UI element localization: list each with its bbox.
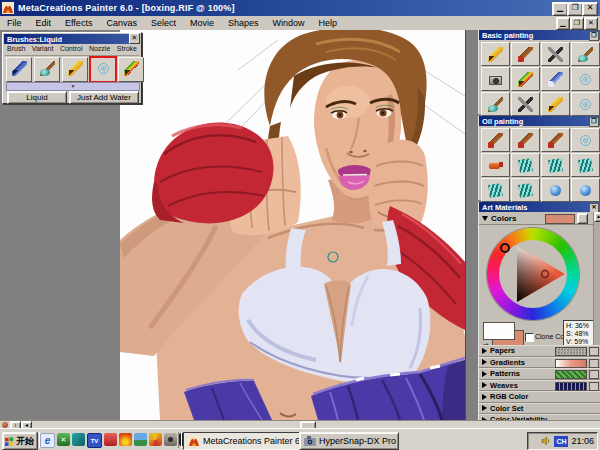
section-weaves[interactable]: Weaves <box>479 380 600 392</box>
ripple-brush-button[interactable] <box>90 57 116 82</box>
section-color-set[interactable]: Color Set <box>479 403 600 415</box>
saturation-value-triangle[interactable] <box>487 228 579 320</box>
document-close-button[interactable]: ✕ <box>584 17 598 30</box>
scratch-variant-button[interactable] <box>511 92 540 116</box>
tab-brush[interactable]: Brush <box>7 45 25 55</box>
brush-variant-button[interactable] <box>481 128 510 152</box>
minimize-button[interactable]: ▁ <box>552 2 568 16</box>
taskbar-separator <box>178 432 182 448</box>
pencil-variant-button[interactable] <box>541 92 570 116</box>
camera-variant-button[interactable] <box>481 67 510 91</box>
hue-ring[interactable] <box>487 228 579 320</box>
water-variant-button[interactable] <box>571 42 600 66</box>
brushes-palette[interactable]: Brushes:Liquid ✕ Brush Variant Control N… <box>2 32 142 104</box>
oil-variant-button[interactable] <box>511 153 540 177</box>
menu-canvas[interactable]: Canvas <box>99 18 144 28</box>
menu-movie[interactable]: Movie <box>183 18 221 28</box>
document-minimize-button[interactable]: ▁ <box>556 17 570 30</box>
pattern-swatch[interactable] <box>555 370 587 379</box>
section-menu-button[interactable] <box>589 370 599 379</box>
section-papers[interactable]: Papers <box>479 345 600 357</box>
menu-edit[interactable]: Edit <box>29 18 59 28</box>
section-gradients[interactable]: Gradients <box>479 357 600 369</box>
palette-collapse-icon[interactable]: ❐ <box>589 31 599 41</box>
gradient-swatch[interactable] <box>555 359 587 368</box>
ripple-variant-button[interactable] <box>571 128 600 152</box>
oil-variant-button[interactable] <box>511 178 540 202</box>
scratch-variant-button[interactable] <box>541 42 570 66</box>
brush-variant-button[interactable] <box>511 128 540 152</box>
input-language-indicator[interactable]: CH <box>554 436 568 447</box>
section-menu-button[interactable] <box>589 347 599 356</box>
weave-swatch[interactable] <box>555 382 587 391</box>
oil-variant-button[interactable] <box>571 153 600 177</box>
menu-select[interactable]: Select <box>144 18 183 28</box>
brush-variant-button[interactable] <box>511 42 540 66</box>
section-rgb-color[interactable]: RGB Color <box>479 391 600 403</box>
document-restore-button[interactable]: ❐ <box>570 17 584 30</box>
paper-swatch[interactable] <box>555 347 587 356</box>
title-bar[interactable]: MetaCreations Painter 6.0 - [boxing.RIF … <box>0 0 600 16</box>
section-menu-button[interactable] <box>589 359 599 368</box>
clone-color-checkbox[interactable] <box>525 333 534 342</box>
quicklaunch-camera-icon[interactable] <box>164 433 177 446</box>
water-brush-button[interactable] <box>34 57 60 82</box>
tab-nozzle[interactable]: Nozzle <box>89 45 110 55</box>
water-variant-button[interactable] <box>481 92 510 116</box>
quicklaunch-tv-icon[interactable] <box>87 433 102 448</box>
blob-variant-button[interactable] <box>571 178 600 202</box>
quicklaunch-ie-icon[interactable] <box>40 433 55 448</box>
section-menu-button[interactable] <box>589 382 599 391</box>
quicklaunch-photo-icon[interactable] <box>134 433 147 446</box>
restore-button[interactable]: ❐ <box>567 2 583 16</box>
rainbow-brush-button[interactable] <box>118 57 144 82</box>
quicklaunch-paint-icon[interactable] <box>104 433 117 446</box>
tab-stroke[interactable]: Stroke <box>117 45 137 55</box>
volume-icon[interactable] <box>541 436 551 446</box>
taskbar-clock[interactable]: 21:06 <box>571 436 594 446</box>
scroll-up-icon[interactable]: ▲ <box>594 212 600 222</box>
pencil-brush-button[interactable] <box>62 57 88 82</box>
document-canvas[interactable] <box>120 30 466 421</box>
blob-variant-button[interactable] <box>541 178 570 202</box>
tab-variant[interactable]: Variant <box>32 45 54 55</box>
oil-variant-button[interactable] <box>541 153 570 177</box>
quicklaunch-flame-icon[interactable] <box>119 433 132 446</box>
menu-help[interactable]: Help <box>311 18 344 28</box>
ripple-variant-button[interactable] <box>571 67 600 91</box>
palette-collapse-icon[interactable]: ❐ <box>589 117 599 127</box>
oil-painting-title-bar[interactable]: Oil painting ❐ <box>479 116 600 126</box>
brush-category-button[interactable]: Liquid <box>7 91 67 104</box>
menu-window[interactable]: Window <box>265 18 311 28</box>
menu-effects[interactable]: Effects <box>58 18 99 28</box>
oil-variant-button[interactable] <box>481 178 510 202</box>
basic-painting-title-bar[interactable]: Basic painting ❐ <box>479 30 600 40</box>
rainbow-variant-button[interactable] <box>511 67 540 91</box>
pencil-variant-button[interactable] <box>481 42 510 66</box>
brush-variant-button[interactable] <box>541 128 570 152</box>
brush-drawer-handle[interactable]: ▼ <box>6 82 140 91</box>
task-button-painter[interactable]: MetaCreations Painter 6... <box>183 432 303 450</box>
task-button-hypersnap[interactable]: HyperSnap-DX Pro <box>299 432 399 450</box>
section-patterns[interactable]: Patterns <box>479 368 600 380</box>
close-button[interactable]: ✕ <box>582 2 598 16</box>
menu-file[interactable]: File <box>0 18 29 28</box>
brushes-palette-title-bar[interactable]: Brushes:Liquid <box>4 34 140 44</box>
tube-variant-button[interactable] <box>481 153 510 177</box>
tube-icon <box>488 158 503 173</box>
ripple-variant-button[interactable] <box>571 92 600 116</box>
colors-menu-button[interactable] <box>577 213 588 224</box>
brushes-palette-close-icon[interactable]: ✕ <box>129 33 140 44</box>
brush-icon <box>518 47 533 62</box>
quicklaunch-book-icon[interactable] <box>72 433 85 446</box>
art-materials-title-bar[interactable]: Art Materials ✕ <box>479 202 600 212</box>
front-color-swatch[interactable] <box>483 322 515 340</box>
brush2-variant-button[interactable] <box>541 67 570 91</box>
quicklaunch-green-icon[interactable] <box>57 433 70 446</box>
quicklaunch-palette-icon[interactable] <box>149 433 162 446</box>
menu-shapes[interactable]: Shapes <box>221 18 266 28</box>
start-button[interactable]: 开始 <box>2 432 38 450</box>
pen-brush-button[interactable] <box>6 57 32 82</box>
tab-control[interactable]: Control <box>60 45 83 55</box>
brush-variant-button[interactable]: Just Add Water <box>69 91 139 104</box>
